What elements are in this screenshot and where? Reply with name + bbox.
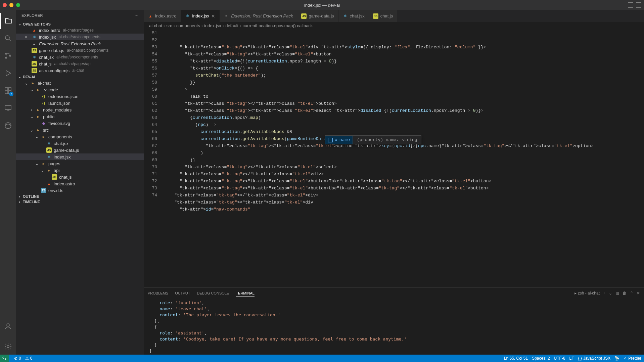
close-window-button[interactable]: [3, 3, 7, 7]
language-mode[interactable]: { } JavaScript JSX: [578, 356, 611, 361]
suggest-detail: (property) name: string: [353, 136, 421, 144]
property-icon: [328, 138, 333, 142]
timeline-header[interactable]: › TIMELINE: [16, 199, 144, 205]
close-panel-icon[interactable]: ✕: [637, 291, 640, 296]
feedback-icon[interactable]: 📡: [614, 356, 619, 361]
panel-tab[interactable]: OUTPUT: [175, 290, 190, 297]
sidebar-more-icon[interactable]: ⋯: [135, 13, 139, 18]
minimize-window-button[interactable]: [9, 3, 13, 7]
svg-rect-4: [5, 88, 8, 90]
split-terminal-icon[interactable]: ▥: [615, 291, 619, 296]
remote-explorer-icon[interactable]: [0, 100, 16, 116]
file-item[interactable]: TSenv.d.ts: [16, 187, 144, 194]
project-header[interactable]: ⌄ DEV-AI: [16, 74, 144, 80]
folder-item[interactable]: ›▸node_modules: [16, 106, 144, 113]
titlebar: index.jsx — dev-ai: [0, 0, 644, 10]
settings-gear-icon[interactable]: [0, 338, 16, 355]
open-editor-item[interactable]: ✕JSgame-data.jsai-chat/src/components: [16, 47, 144, 54]
folder-item[interactable]: ⌄▸ai-chat: [16, 80, 144, 86]
file-item[interactable]: JSchat.js: [16, 174, 144, 180]
indentation[interactable]: Spaces: 2: [532, 356, 550, 361]
breadcrumb-item[interactable]: index.jsx: [204, 23, 221, 28]
window-title: index.jsx — dev-ai: [304, 3, 340, 8]
extensions-icon[interactable]: 7: [0, 83, 16, 99]
maximize-panel-icon[interactable]: ⌃: [630, 291, 633, 296]
open-editor-item[interactable]: ✕▲index.astroai-chat/src/pages: [16, 27, 144, 34]
close-icon[interactable]: ✕: [24, 35, 30, 40]
file-item[interactable]: ⚛chat.jsx: [16, 140, 144, 147]
editor-tab[interactable]: ⚛index.jsx✕: [181, 10, 220, 22]
panel-tab[interactable]: TERMINAL: [236, 290, 255, 297]
folder-item[interactable]: ⌄▸components: [16, 133, 144, 140]
layout-panel-icon[interactable]: [628, 2, 633, 8]
explorer-icon[interactable]: [0, 13, 16, 29]
open-editor-item[interactable]: ✕JSchat.jsai-chat/src/pages/api: [16, 60, 144, 67]
accounts-icon[interactable]: [0, 318, 16, 334]
breadcrumb-item[interactable]: src: [166, 23, 172, 28]
folder-item[interactable]: ⌄▸.vscode: [16, 86, 144, 93]
chevron-right-icon: ›: [17, 194, 21, 198]
errors-count[interactable]: ⊘ 0: [14, 356, 21, 361]
code-editor[interactable]: 5152535455565758596061626364656667686970…: [144, 30, 644, 287]
status-bar: ⊘ 0 ⚠ 0 Ln 65, Col 51 Spaces: 2 UTF-8 LF…: [0, 355, 644, 362]
breadcrumb-item[interactable]: default: [225, 23, 238, 28]
error-icon: ⊘: [14, 356, 17, 361]
remote-indicator[interactable]: [0, 355, 9, 362]
encoding[interactable]: UTF-8: [554, 356, 565, 361]
intellisense-popup[interactable]: ★ name (property) name: string: [325, 135, 421, 144]
file-item[interactable]: JSgame-data.js: [16, 147, 144, 153]
editor-tab[interactable]: JSgame-data.js: [297, 10, 338, 22]
breadcrumbs[interactable]: ai-chat›src›components›index.jsx›default…: [144, 22, 644, 30]
breadcrumb-item[interactable]: currentLocation.npcs.map() callback: [243, 23, 313, 28]
search-icon[interactable]: [0, 30, 16, 46]
open-editor-item[interactable]: ✕JSastro.config.mjsai-chat: [16, 67, 144, 74]
close-tab-icon[interactable]: ✕: [211, 13, 215, 19]
terminal-dropdown-icon[interactable]: ⌄: [609, 291, 612, 296]
editor-tab[interactable]: ▲index.astro: [144, 10, 181, 22]
outline-header[interactable]: › OUTLINE: [16, 194, 144, 199]
open-editor-item[interactable]: ✕≡Extension: Rust Extension Pack: [16, 40, 144, 47]
editor-tab[interactable]: ⚛chat.jsx: [338, 10, 369, 22]
file-item[interactable]: {}extensions.json: [16, 93, 144, 100]
svg-point-11: [7, 346, 9, 348]
editor-tab[interactable]: ≡Extension: Rust Extension Pack: [220, 10, 297, 22]
chevron-down-icon: ⌄: [17, 75, 21, 79]
editor-tabs: ▲index.astro⚛index.jsx✕≡Extension: Rust …: [144, 10, 644, 22]
sidebar-title: EXPLORER: [21, 13, 43, 18]
terminal-output[interactable]: role: 'function', name: 'leave-chat', co…: [144, 299, 644, 355]
eol[interactable]: LF: [569, 356, 574, 361]
breadcrumb-item[interactable]: components: [176, 23, 200, 28]
new-terminal-icon[interactable]: +: [603, 291, 605, 296]
file-item[interactable]: ⚛index.jsx: [16, 153, 144, 160]
warning-icon: ⚠: [25, 356, 29, 361]
breadcrumb-item[interactable]: ai-chat: [149, 23, 162, 28]
open-editor-item[interactable]: ✕⚛chat.jsxai-chat/src/components: [16, 54, 144, 60]
extensions-badge: 7: [9, 92, 13, 96]
folder-item[interactable]: ⌄▸public: [16, 113, 144, 120]
file-item[interactable]: ▲index.astro: [16, 180, 144, 187]
svg-point-10: [7, 324, 9, 326]
prettier-status[interactable]: ✓ Prettier: [624, 356, 641, 361]
edge-tools-icon[interactable]: [0, 118, 16, 134]
svg-rect-8: [5, 105, 11, 109]
source-control-icon[interactable]: [0, 48, 16, 64]
chevron-right-icon: ›: [17, 200, 21, 204]
bottom-panel: PROBLEMSOUTPUTDEBUG CONSOLETERMINAL ▸ zs…: [144, 287, 644, 355]
layout-sidebar-icon[interactable]: [636, 2, 641, 8]
terminal-shell-label[interactable]: ▸ zsh - ai-chat: [574, 291, 600, 296]
warnings-count[interactable]: ⚠ 0: [25, 356, 33, 361]
kill-terminal-icon[interactable]: 🗑: [623, 291, 627, 296]
folder-item[interactable]: ⌄▸api: [16, 167, 144, 174]
open-editor-item[interactable]: ✕⚛index.jsxai-chat/src/components: [16, 34, 144, 40]
panel-tab[interactable]: PROBLEMS: [148, 290, 168, 297]
maximize-window-button[interactable]: [16, 3, 20, 7]
file-item[interactable]: ◆favicon.svg: [16, 120, 144, 127]
panel-tab[interactable]: DEBUG CONSOLE: [197, 290, 229, 297]
editor-tab[interactable]: JSchat.js: [369, 10, 398, 22]
cursor-position[interactable]: Ln 65, Col 51: [504, 356, 528, 361]
folder-item[interactable]: ⌄▸src: [16, 127, 144, 133]
file-item[interactable]: {}launch.json: [16, 100, 144, 106]
open-editors-header[interactable]: ⌄ OPEN EDITORS: [16, 21, 144, 27]
run-debug-icon[interactable]: [0, 65, 16, 81]
folder-item[interactable]: ⌄▸pages: [16, 160, 144, 167]
